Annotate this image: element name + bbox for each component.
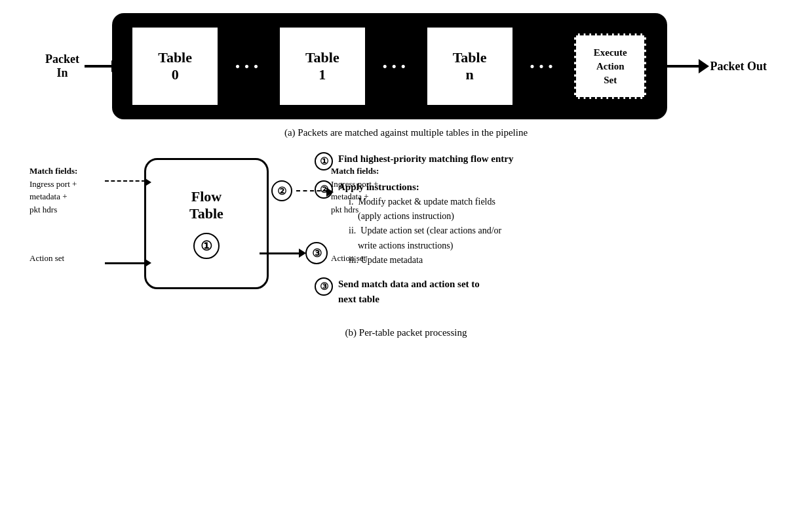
pipeline-dots-3: ··· [530,54,557,79]
flow-table-title: FlowTable [189,188,223,223]
table-n-card: Table n [427,28,512,105]
pipeline-dots-1: ··· [235,54,262,79]
table-1-card: Table 1 [280,28,365,105]
arrow-in [85,65,113,68]
dotted-arrow-in [105,180,145,182]
arrow-out [666,65,701,68]
flow-table-section: Match fields: Ingress port + metadata + … [144,158,269,289]
circle-2-top: ② [271,180,292,201]
right-labels: Match fields: Ingress port + metadata + … [331,165,439,265]
packet-in-label: Packet In [45,52,79,80]
instruction-3: ③ Send match data and action set tonext … [315,277,773,306]
inst-circle-1: ① [315,152,333,170]
flow-table-circle-1: ① [193,233,220,259]
diagram-b: Match fields: Ingress port + metadata + … [26,151,786,338]
pipeline-wrapper: Packet In Table 0 ··· Table 1 ··· [45,13,767,119]
arrow-out-wrapper [666,65,710,68]
match-fields-out-label: Match fields: Ingress port + metadata + … [331,165,439,216]
execute-action-set-card: ExecuteActionSet [574,33,646,99]
solid-arrow-out: ③ [260,242,328,264]
caption-b: (b) Per-table packet processing [345,327,467,338]
pipeline-box: Table 0 ··· Table 1 ··· Table n ··· Exec… [112,13,667,119]
left-labels: Match fields: Ingress port + metadata + … [29,165,141,265]
table-0-card: Table 0 [132,28,218,105]
circle-3: ③ [305,242,328,264]
caption-a: (a) Packets are matched against multiple… [284,127,528,138]
dotted-arrow-out: ② [271,180,328,201]
pipeline-dots-2: ··· [382,54,410,79]
packet-out-label: Packet Out [710,60,767,73]
diagram-a: Packet In Table 0 ··· Table 1 ··· [26,13,786,138]
diagram-b-content: Match fields: Ingress port + metadata + … [26,151,786,315]
solid-arrow-in [105,262,145,264]
inst-text-3: Send match data and action set tonext ta… [338,277,480,306]
action-set-out-label: Action set [331,252,439,265]
match-fields-in-label: Match fields: Ingress port + metadata + … [29,165,141,216]
inst-circle-3: ③ [315,277,333,296]
flow-table-box: FlowTable ① [144,158,269,289]
